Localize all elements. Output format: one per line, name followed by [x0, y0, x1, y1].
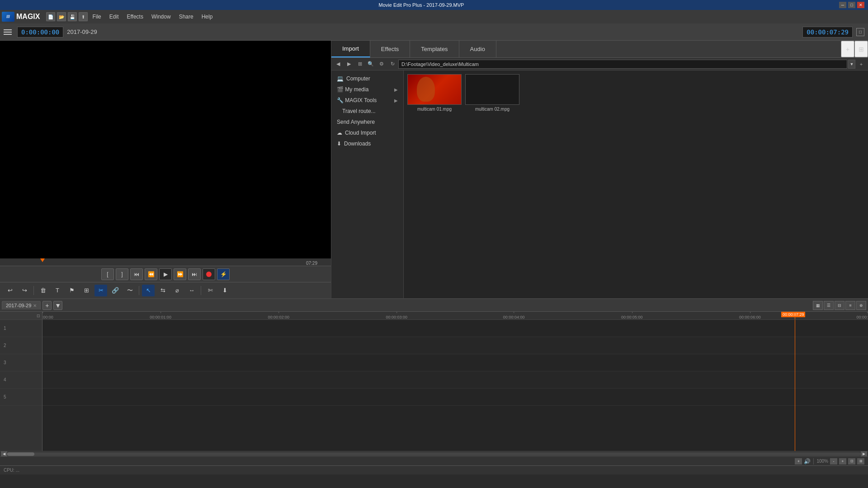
menu-file[interactable]: File — [89, 12, 104, 22]
add-to-project-button[interactable]: + — [856, 59, 866, 69]
expand-button[interactable]: ⊞ — [857, 458, 864, 465]
marker-button[interactable]: ⚑ — [66, 285, 78, 296]
delete-button[interactable]: 🗑 — [37, 285, 49, 296]
thumb-label-1: multicam 01.mpg — [417, 107, 452, 112]
tab-effects[interactable]: Effects — [370, 41, 410, 57]
menu-share[interactable]: Share — [175, 12, 197, 22]
scroll-thumb[interactable] — [7, 452, 34, 456]
text-button[interactable]: T — [51, 285, 64, 296]
timeline-view-btn-1[interactable]: ▦ — [813, 301, 823, 310]
timeline-menu-button[interactable]: ▼ — [53, 301, 62, 310]
zoom-level-label: 100% — [816, 459, 828, 464]
cut-button[interactable]: ✄ — [204, 285, 217, 296]
menu-effects[interactable]: Effects — [123, 12, 146, 22]
playhead-marker-triangle — [40, 258, 45, 262]
menu-edit[interactable]: Edit — [106, 12, 123, 22]
save-button[interactable]: 💾 — [68, 12, 77, 21]
redo-button[interactable]: ↪ — [18, 285, 31, 296]
title-bar: Movie Edit Pro Plus - 2017-09-29.MVP ─ □… — [0, 0, 868, 10]
timeline-view-btn-3[interactable]: ⊟ — [835, 301, 844, 310]
timeline-tab-bar: 2017-09-29 ✕ + ▼ ▦ ☰ ⊟ ≡ ⊕ — [0, 299, 868, 312]
search-button[interactable]: 🔍 — [366, 59, 376, 69]
toolbar-separator-3 — [201, 286, 201, 295]
settings-button[interactable]: ⚙ — [377, 59, 387, 69]
sidebar-item-travel-route[interactable]: Travel route... — [331, 106, 403, 117]
timeline-tab-1[interactable]: 2017-09-29 ✕ — [2, 301, 41, 310]
media-thumb-2[interactable]: multicam 02.mpg — [465, 74, 519, 112]
track-header-3: 3 — [0, 354, 42, 371]
curve-button[interactable]: 〜 — [123, 285, 136, 296]
mark-out-button[interactable]: ] — [116, 268, 128, 280]
link-button[interactable]: 🔗 — [109, 285, 122, 296]
sidebar-item-my-media[interactable]: 🎬 My media ▶ — [331, 84, 403, 95]
path-dropdown-button[interactable]: ▼ — [848, 60, 855, 69]
preview-panel: 07:29 [ ] ⏮ ⏪ ▶ ⏩ ⏭ ⚡ ↩ ↪ 🗑 T ⚑ ⊞ ✂ 🔗 〜 — [0, 41, 331, 298]
toolbar-separator-1 — [33, 286, 34, 295]
progress-time-label: 07:29 — [306, 261, 317, 266]
special-button[interactable]: ⚡ — [217, 268, 230, 280]
media-thumb-1[interactable]: multicam 01.mpg — [407, 74, 462, 112]
nav-forward-button[interactable]: ▶ — [344, 59, 354, 69]
timeline-view-btn-2[interactable]: ☰ — [824, 301, 834, 310]
sidebar-arrow-my-media: ▶ — [394, 87, 398, 92]
timeline-view-btn-5[interactable]: ⊕ — [856, 301, 866, 310]
nav-back-button[interactable]: ◀ — [333, 59, 343, 69]
path-input[interactable] — [398, 60, 847, 69]
minimize-button[interactable]: ─ — [839, 2, 846, 8]
scroll-track[interactable] — [7, 452, 861, 456]
slip-tool[interactable]: ⇆ — [156, 285, 169, 296]
view-toggle-button[interactable]: ⊞ — [355, 59, 365, 69]
scroll-left-button[interactable]: ◀ — [1, 451, 7, 457]
step-back-button[interactable]: ⏪ — [145, 268, 157, 280]
insert-button[interactable]: ⬇ — [218, 285, 231, 296]
close-button[interactable]: ✕ — [857, 2, 864, 8]
trim-button[interactable]: ✂ — [94, 285, 107, 296]
timecode-left-display: 0:00:00:00 — [17, 27, 63, 38]
export-button[interactable]: ⬆ — [79, 12, 88, 21]
panel-maximize-button[interactable]: □ — [856, 28, 864, 36]
new-project-button[interactable]: 📄 — [46, 12, 55, 21]
select-tool[interactable]: ↖ — [142, 285, 155, 296]
tab-audio[interactable]: Audio — [459, 41, 496, 57]
tab-extra-1[interactable]: + — [841, 41, 854, 57]
add-timeline-button[interactable]: + — [42, 301, 52, 310]
menu-window[interactable]: Window — [148, 12, 175, 22]
zoom-out-button[interactable]: - — [830, 458, 837, 465]
play-button[interactable]: ▶ — [159, 268, 172, 280]
sidebar-item-send-anywhere[interactable]: Send Anywhere — [331, 117, 403, 127]
sidebar-item-downloads[interactable]: ⬇ Downloads — [331, 138, 403, 149]
undo-button[interactable]: ↩ — [4, 285, 16, 296]
timeline-view-btn-4[interactable]: ≡ — [845, 301, 855, 310]
razor-tool[interactable]: ⌀ — [171, 285, 184, 296]
timeline-ruler: ⊡ 00:00:07:29 00:00:00:00 00:00:01:00 00… — [0, 312, 868, 320]
mark-in-button[interactable]: [ — [101, 268, 114, 280]
refresh-button[interactable]: ↻ — [387, 59, 397, 69]
record-button[interactable] — [203, 268, 215, 280]
hamburger-menu-button[interactable] — [4, 27, 14, 37]
stretch-tool[interactable]: ↔ — [185, 285, 198, 296]
sidebar-item-computer[interactable]: 💻 Computer — [331, 73, 403, 84]
add-track-button[interactable]: + — [795, 458, 802, 465]
group-button[interactable]: ⊞ — [80, 285, 93, 296]
tab-import[interactable]: Import — [331, 41, 370, 57]
menu-help[interactable]: Help — [198, 12, 217, 22]
tab-templates[interactable]: Templates — [410, 41, 459, 57]
sidebar-item-cloud-import[interactable]: ☁ Cloud Import — [331, 127, 403, 138]
fit-zoom-button[interactable]: ⊡ — [848, 458, 855, 465]
zoom-in-button[interactable]: + — [839, 458, 846, 465]
timeline-scrollbar[interactable]: ◀ ▶ — [0, 451, 868, 456]
timeline-tab-close[interactable]: ✕ — [33, 303, 37, 308]
scroll-right-button[interactable]: ▶ — [861, 451, 867, 457]
maximize-button[interactable]: □ — [848, 2, 855, 8]
edit-toolbar: ↩ ↪ 🗑 T ⚑ ⊞ ✂ 🔗 〜 ↖ ⇆ ⌀ ↔ ✄ ⬇ — [0, 282, 331, 298]
progress-bar[interactable]: 07:29 — [0, 258, 331, 266]
sidebar-item-magix-tools[interactable]: 🔧 MAGIX Tools ▶ — [331, 95, 403, 106]
tab-extra-2[interactable]: ⊞ — [854, 41, 868, 57]
sidebar-label-downloads: Downloads — [344, 141, 371, 147]
skip-back-button[interactable]: ⏮ — [130, 268, 143, 280]
step-forward-button[interactable]: ⏩ — [174, 268, 186, 280]
open-button[interactable]: 📂 — [57, 12, 66, 21]
skip-forward-button[interactable]: ⏭ — [188, 268, 201, 280]
logo-icon: /// — [2, 12, 14, 22]
ruler-mark-1: 00:00:01:00 — [150, 315, 171, 319]
